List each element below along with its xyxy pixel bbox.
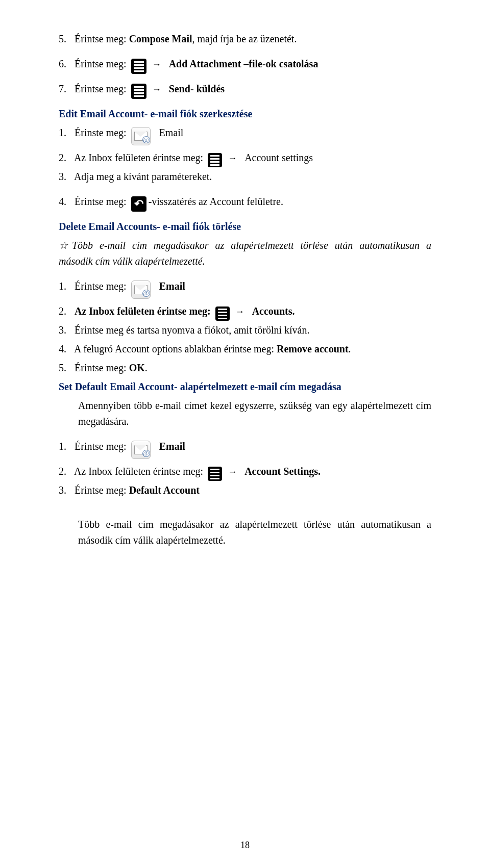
- step-number: 2.: [59, 303, 72, 319]
- step-number: 1.: [59, 125, 72, 141]
- step-text: Adja meg a kívánt paramétereket.: [74, 171, 212, 182]
- step-text-after: Email: [159, 441, 185, 452]
- step-text-pre: Érintse meg:: [75, 33, 129, 44]
- step-number: 1.: [59, 278, 72, 294]
- step-text-pre: Érintse meg:: [75, 280, 127, 292]
- step-text-pre: A felugró Account options ablakban érint…: [74, 343, 277, 354]
- back-icon: ↶: [131, 196, 146, 212]
- delete-step-1: 1. Érintse meg: Email: [59, 278, 431, 294]
- step-6: 6. Érintse meg: → Add Attachment –file-o…: [59, 56, 431, 72]
- step-number: 7.: [59, 81, 72, 97]
- document-page: 5. Érintse meg: Compose Mail, majd írja …: [0, 0, 490, 868]
- delete-step-5: 5. Érintse meg: OK.: [59, 360, 431, 376]
- step-number: 1.: [59, 439, 72, 454]
- edit-step-2: 2. Az Inbox felületen érintse meg: → Acc…: [59, 150, 431, 166]
- step-text-pre: Érinste meg:: [75, 127, 127, 138]
- step-text-pre: Érintse meg:: [75, 83, 127, 94]
- step-text-bold: Remove account: [277, 343, 349, 354]
- step-text-pre: Érintse meg:: [75, 441, 127, 452]
- step-text-after: -visszatérés az Account felületre.: [149, 196, 283, 207]
- step-text-after: Accounts.: [252, 305, 295, 317]
- delete-step-2: 2. Az Inbox felületen érintse meg: → Acc…: [59, 303, 431, 319]
- step-number: 3.: [59, 169, 72, 185]
- page-number: 18: [0, 838, 490, 853]
- step-text-pre: Érintse meg:: [75, 484, 129, 496]
- delete-step-3: 3. Érintse meg és tartsa nyomva a fiókot…: [59, 322, 431, 338]
- edit-step-4: 4. Érintse meg: ↶-visszatérés az Account…: [59, 194, 431, 210]
- step-number: 4.: [59, 194, 72, 210]
- step-7: 7. Érintse meg: → Send- küldés: [59, 81, 431, 97]
- step-text-after: Email: [159, 127, 184, 138]
- step-text-after: Add Attachment –file-ok csatolása: [169, 58, 318, 69]
- mail-icon: [131, 280, 151, 299]
- section-heading-delete: Delete Email Accounts- e-mail fiók törlé…: [59, 219, 431, 235]
- delete-note: ☆Több e-mail cím megadásakor az alapérte…: [59, 238, 431, 269]
- default-step-2: 2. Az Inbox felületen érintse meg: → Acc…: [59, 464, 431, 479]
- menu-icon: [131, 84, 146, 99]
- step-text-pre: Érintse meg:: [75, 196, 127, 207]
- step-number: 3.: [59, 482, 72, 498]
- default-closing: Több e-mail cím megadásakor az alapértel…: [78, 517, 431, 548]
- step-text-after: Account settings: [244, 152, 313, 163]
- menu-icon: [208, 153, 222, 167]
- delete-step-4: 4. A felugró Account options ablakban ér…: [59, 341, 431, 357]
- arrow-icon: →: [234, 307, 246, 317]
- step-text-post: .: [349, 343, 351, 354]
- arrow-icon: →: [227, 153, 238, 163]
- step-text-pre: Az Inbox felületen érintse meg:: [74, 466, 203, 477]
- step-text-post: , majd írja be az üzenetét.: [192, 33, 297, 44]
- arrow-icon: →: [227, 467, 238, 477]
- step-text-bold: Default Account: [129, 484, 200, 496]
- step-number: 5.: [59, 360, 72, 376]
- section-heading-default: Set Default Email Account- alapértelmeze…: [59, 379, 431, 395]
- default-step-1: 1. Érintse meg: Email: [59, 439, 431, 454]
- mail-icon: [131, 127, 151, 145]
- menu-icon: [208, 467, 222, 481]
- step-text-bold: Compose Mail: [129, 33, 192, 44]
- star-icon: ☆: [59, 238, 72, 253]
- mail-icon: [131, 441, 151, 459]
- step-number: 3.: [59, 322, 72, 338]
- note-text: Több e-mail cím megadásakor az alapértel…: [59, 240, 431, 267]
- step-text-after: Email: [159, 280, 185, 292]
- step-text: Érintse meg és tartsa nyomva a fiókot, a…: [75, 324, 309, 336]
- default-intro: Amennyiben több e-mail címet kezel egysz…: [78, 398, 431, 429]
- step-text-post: .: [145, 362, 148, 373]
- menu-icon: [215, 307, 230, 321]
- step-text-after: Send- küldés: [169, 83, 225, 94]
- step-text-bold: OK: [129, 362, 145, 373]
- step-text-pre: Érintse meg:: [75, 362, 129, 373]
- arrow-icon: →: [151, 59, 162, 69]
- menu-icon: [131, 59, 146, 74]
- step-text-pre: Érintse meg:: [75, 58, 127, 69]
- default-step-3: 3. Érintse meg: Default Account: [59, 482, 431, 498]
- step-number: 2.: [59, 150, 72, 166]
- step-text-pre: Az Inbox felületen érintse meg:: [75, 305, 211, 317]
- step-number: 6.: [59, 56, 72, 72]
- step-5: 5. Érintse meg: Compose Mail, majd írja …: [59, 31, 431, 47]
- step-number: 2.: [59, 464, 72, 479]
- edit-step-3: 3. Adja meg a kívánt paramétereket.: [59, 169, 431, 185]
- step-number: 5.: [59, 31, 72, 47]
- step-number: 4.: [59, 341, 72, 357]
- step-text-after: Account Settings.: [244, 466, 321, 477]
- edit-step-1: 1. Érinste meg: Email: [59, 125, 431, 141]
- step-text-pre: Az Inbox felületen érintse meg:: [74, 152, 203, 163]
- arrow-icon: →: [151, 84, 162, 94]
- section-heading-edit: Edit Email Account- e-mail fiók szerkesz…: [59, 106, 431, 122]
